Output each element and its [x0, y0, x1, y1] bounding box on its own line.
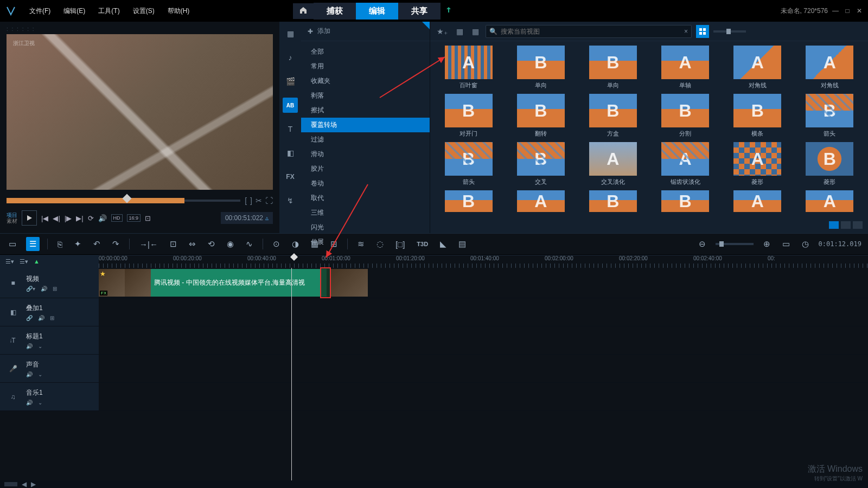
transition-thumb[interactable] [435, 190, 502, 212]
category-item[interactable]: 闪光 [301, 220, 430, 235]
go-end-icon[interactable]: ▶| [76, 214, 83, 222]
expand-icon[interactable]: ⌄ [38, 371, 42, 377]
stabilize-icon[interactable]: [□] [393, 237, 407, 251]
color-icon[interactable]: ◉ [225, 237, 236, 251]
undo-icon[interactable]: ↶ [91, 237, 103, 251]
mute-icon[interactable]: 🔊 [26, 343, 33, 349]
audio-tool-icon[interactable]: ∿ [244, 237, 255, 251]
audio-rail-icon[interactable]: ♪ [283, 50, 298, 65]
record-icon[interactable]: ⊙ [271, 237, 282, 251]
tab-edit[interactable]: 编辑 [356, 3, 398, 20]
transition-thumb[interactable]: 百叶窗 [435, 46, 502, 89]
zoom-in-icon[interactable]: ⊕ [761, 237, 773, 251]
fit-icon[interactable]: ⊡ [168, 237, 179, 251]
voice-lane[interactable] [99, 355, 868, 382]
fx-grid-icon[interactable]: ⊞ [50, 315, 54, 321]
category-item[interactable]: 剥落 [301, 88, 430, 103]
zoom-out-icon[interactable]: ⊖ [697, 237, 708, 251]
transition-thumb[interactable]: 方盒 [579, 94, 647, 138]
transition-thumb[interactable]: 锯齿状淡化 [651, 142, 719, 186]
minimize-button[interactable]: — [831, 7, 840, 15]
clear-search-icon[interactable]: × [684, 28, 688, 35]
title-lane[interactable] [99, 326, 868, 354]
preview-timecode[interactable]: 00:00:51:022▵ [221, 212, 273, 224]
transition-clip[interactable] [320, 267, 331, 298]
transition-thumb[interactable] [796, 190, 864, 212]
view-mode-icon-3[interactable] [853, 221, 863, 229]
menu-file[interactable]: 文件(F) [24, 4, 56, 18]
mark-in-icon[interactable]: [ [245, 196, 247, 205]
chapter-icon[interactable]: ▤ [456, 237, 468, 251]
transition-thumb[interactable]: 交叉淡化 [579, 142, 647, 186]
category-item[interactable]: 三维 [301, 206, 430, 220]
copy-attr-icon[interactable]: ⎘ [55, 237, 65, 251]
zoom-slider[interactable] [716, 243, 754, 245]
transitions-rail-icon[interactable]: AB [283, 98, 298, 113]
transition-thumb[interactable]: 分割 [651, 94, 719, 138]
playhead-line[interactable] [291, 268, 292, 480]
go-start-icon[interactable]: |◀ [41, 214, 48, 222]
tools-icon[interactable]: ✦ [72, 237, 84, 251]
menu-edit[interactable]: 编辑(E) [58, 4, 91, 18]
thumb-size-slider[interactable] [713, 30, 746, 33]
mark-out-icon[interactable]: ] [250, 196, 252, 205]
stretch-icon[interactable]: ⇔ [187, 237, 198, 251]
expand-icon[interactable]: ⌄ [38, 343, 42, 349]
tab-share[interactable]: 共享 [398, 3, 441, 20]
view-mode-icon-2[interactable] [841, 221, 851, 229]
title-rail-icon[interactable]: T [283, 121, 298, 137]
video-lane[interactable]: 腾讯视频 - 中国领先的在线视频媒体平台,海量高清视 [99, 268, 868, 298]
add-track-icon[interactable]: ▲ [34, 258, 40, 265]
mask-icon[interactable]: ◣ [438, 237, 449, 251]
transition-thumb[interactable]: 单轴 [651, 46, 719, 89]
clip-rail-icon[interactable]: 🎬 [283, 74, 298, 89]
media-rail-icon[interactable]: ▦ [283, 26, 298, 41]
split-icon[interactable]: ✂ [256, 196, 262, 205]
transition-thumb[interactable]: 对角线 [724, 46, 792, 89]
search-field[interactable]: 🔍 × [486, 25, 692, 38]
mute-icon[interactable]: 🔊 [26, 400, 33, 406]
project-duration-icon[interactable]: ◷ [800, 237, 811, 251]
preview-scrubber[interactable]: [ ] ✂ ⛶ [7, 194, 273, 207]
transition-thumb[interactable]: 横条 [724, 94, 792, 138]
fx-rail-icon[interactable]: FX [283, 169, 298, 184]
overlay-lane[interactable] [99, 298, 868, 326]
category-item[interactable]: 覆盖转场 [301, 118, 430, 132]
menu-help[interactable]: 帮助(H) [162, 4, 195, 18]
video-clip[interactable]: 腾讯视频 - 中国领先的在线视频媒体平台,海量高清视 [99, 269, 327, 297]
track-opts-icon[interactable]: ☰▾ [20, 258, 28, 265]
grid-view-button[interactable] [696, 25, 709, 38]
transition-thumb[interactable]: 菱形 [724, 142, 792, 186]
transition-thumb[interactable]: 箭头 [435, 142, 502, 186]
mute-icon[interactable]: 🔊 [41, 286, 47, 292]
transition-thumb[interactable]: 单向 [507, 46, 575, 89]
split-screen-icon[interactable]: ⊞ [328, 237, 340, 251]
mute-icon[interactable]: 🔊 [38, 315, 44, 321]
aspect-toggle[interactable]: 16:9 [127, 214, 141, 222]
scroll-right-icon[interactable]: ▶ [31, 480, 36, 488]
category-item[interactable]: 全部 [301, 44, 430, 59]
video-clip-2[interactable] [331, 269, 368, 297]
path-rail-icon[interactable]: ↯ [283, 193, 298, 208]
multi-view-icon[interactable]: ▦ [309, 237, 321, 251]
time-ruler[interactable]: 00:00:00:0000:00:20:0000:00:40:0000:01:0… [99, 255, 868, 268]
search-input[interactable] [501, 28, 684, 35]
mode-project-label[interactable]: 项目 [7, 212, 17, 218]
category-item[interactable]: 取代 [301, 191, 430, 206]
hd-toggle[interactable]: HD [111, 214, 123, 222]
volume-icon[interactable]: 🔊 [98, 214, 107, 222]
maximize-button[interactable]: □ [843, 7, 852, 15]
transition-thumb[interactable]: 箭头 [796, 94, 864, 138]
transition-thumb[interactable]: 对角线 [796, 46, 864, 89]
step-back-icon[interactable]: ◀| [53, 214, 60, 222]
link-icon[interactable]: 🔗 [26, 315, 33, 321]
category-item[interactable]: 常用 [301, 59, 430, 74]
scroll-left-icon[interactable]: ◀ [22, 480, 27, 488]
fit-timeline-icon[interactable]: ▭ [780, 237, 792, 251]
music-lane[interactable] [99, 383, 868, 410]
loop-icon[interactable]: ⟳ [88, 214, 94, 222]
mark-in-tool-icon[interactable]: →|← [137, 237, 160, 251]
3d-title-icon[interactable]: T3D [414, 239, 430, 249]
close-button[interactable]: ✕ [855, 7, 864, 15]
fx-grid-icon[interactable]: ⊞ [53, 286, 57, 292]
